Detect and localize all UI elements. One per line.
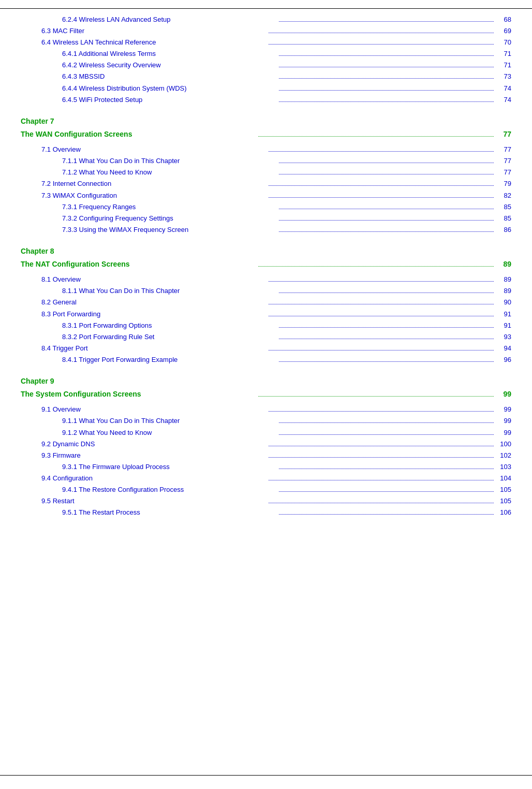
toc-entry-page: 94 [496,343,511,354]
toc-entry-title: 6.4 Wireless LAN Technical Reference [41,37,267,48]
toc-entry-page: 91 [496,320,511,331]
toc-entry: 6.4.5 WiFi Protected Setup74 [21,94,511,106]
toc-entry-page: 99 [496,427,511,439]
toc-entry-title: 8.2 General [41,297,267,308]
toc-entry-title: 8.1 Overview [41,274,267,285]
toc-entry-page: 82 [496,190,511,201]
toc-entry-title: 8.3 Port Forwarding [41,309,267,320]
toc-entry-page: 106 [496,507,511,518]
toc-entry: 7.1 Overview77 [21,144,511,155]
toc-entry-title: 9.3 Firmware [41,450,267,461]
chapter-entries: 7.1 Overview777.1.1 What You Can Do in T… [21,144,511,236]
toc-entry-title: 6.4.4 Wireless Distribution System (WDS) [62,83,277,94]
toc-entry-title: 7.1.2 What You Need to Know [62,167,277,178]
toc-entry: 6.4.1 Additional Wireless Terms71 [21,48,511,60]
toc-entry-page: 69 [496,25,511,37]
toc-entry: 6.3 MAC Filter69 [21,25,511,37]
toc-entry-page: 70 [496,37,511,48]
toc-entry-page: 74 [496,94,511,106]
toc-entry-page: 71 [496,60,511,71]
chapter-label: Chapter 7 [21,115,511,128]
toc-entry-title: 6.4.2 Wireless Security Overview [62,60,277,71]
toc-entry: 9.5 Restart105 [21,495,511,507]
toc-entry-title: 8.4 Trigger Port [41,343,267,354]
toc-entry-page: 85 [496,201,511,213]
toc-entry-title: 6.4.3 MBSSID [62,71,277,82]
toc-entry-page: 89 [496,285,511,297]
toc-entry: 9.4.1 The Restore Configuration Process1… [21,484,511,495]
toc-entry-title: 7.3.3 Using the WiMAX Frequency Screen [62,224,277,236]
toc-entry-title: 9.5.1 The Restart Process [62,507,277,518]
toc-entry-page: 73 [496,71,511,82]
toc-entry: 7.3.2 Configuring Frequency Settings85 [21,213,511,224]
toc-entry-page: 99 [496,404,511,415]
toc-entry-title: 9.1.1 What You Can Do in This Chapter [62,415,277,427]
toc-entry-page: 79 [496,178,511,189]
chapter-entries: 9.1 Overview999.1.1 What You Can Do in T… [21,404,511,518]
toc-entry: 9.3 Firmware102 [21,450,511,461]
toc-entry-title: 7.1 Overview [41,144,267,155]
toc-entry: 9.3.1 The Firmware Upload Process103 [21,461,511,473]
toc-entry-page: 68 [496,14,511,25]
pre-entries: 6.2.4 Wireless LAN Advanced Setup686.3 M… [21,14,511,106]
toc-entry-page: 102 [496,450,511,461]
toc-entry-title: 7.1.1 What You Can Do in This Chapter [62,155,277,167]
toc-entry: 8.3 Port Forwarding91 [21,309,511,320]
toc-entry: 7.3 WiMAX Configuration82 [21,190,511,201]
toc-entry-title: 7.3.1 Frequency Ranges [62,201,277,213]
toc-entry-page: 90 [496,297,511,308]
toc-entry-title: 8.4.1 Trigger Port Forwarding Example [62,354,277,366]
chapter-title: The NAT Configuration Screens [21,258,256,271]
chapter-page: 99 [496,388,511,401]
toc-content: 6.2.4 Wireless LAN Advanced Setup686.3 M… [0,14,532,551]
chapter-title: The System Configuration Screens [21,388,256,401]
toc-entry: 9.1.1 What You Can Do in This Chapter99 [21,415,511,427]
toc-entry-title: 6.3 MAC Filter [41,25,267,37]
chapter-page: 77 [496,128,511,141]
toc-entry-title: 7.2 Internet Connection [41,178,267,189]
toc-entry-page: 105 [496,484,511,495]
chapter-entries: 8.1 Overview898.1.1 What You Can Do in T… [21,274,511,366]
toc-entry: 8.3.2 Port Forwarding Rule Set93 [21,331,511,343]
toc-entry-title: 9.2 Dynamic DNS [41,439,267,450]
page-header [0,0,532,9]
chapters-container: Chapter 7The WAN Configuration Screens77… [21,115,511,519]
toc-entry: 6.4.3 MBSSID73 [21,71,511,82]
toc-entry-title: 9.3.1 The Firmware Upload Process [62,461,277,473]
toc-entry: 9.4 Configuration104 [21,473,511,484]
toc-entry-title: 6.4.1 Additional Wireless Terms [62,48,277,60]
toc-entry-page: 77 [496,155,511,167]
toc-entry: 9.1 Overview99 [21,404,511,415]
toc-entry-title: 7.3 WiMAX Configuration [41,190,267,201]
toc-entry: 8.1 Overview89 [21,274,511,285]
toc-entry-page: 103 [496,461,511,473]
toc-entry: 7.2 Internet Connection79 [21,178,511,189]
chapter-title-line: The System Configuration Screens99 [21,388,511,401]
chapter-title-line: The WAN Configuration Screens77 [21,128,511,141]
toc-entry-page: 86 [496,224,511,236]
toc-entry-title: 6.2.4 Wireless LAN Advanced Setup [62,14,277,25]
toc-entry: 7.1.2 What You Need to Know77 [21,167,511,178]
toc-entry-page: 77 [496,167,511,178]
toc-entry: 8.3.1 Port Forwarding Options91 [21,320,511,331]
toc-entry: 9.2 Dynamic DNS100 [21,439,511,450]
toc-entry: 8.4 Trigger Port94 [21,343,511,354]
toc-entry: 6.2.4 Wireless LAN Advanced Setup68 [21,14,511,25]
toc-entry-title: 6.4.5 WiFi Protected Setup [62,94,277,106]
toc-entry-title: 7.3.2 Configuring Frequency Settings [62,213,277,224]
toc-entry-title: 9.1 Overview [41,404,267,415]
toc-entry-page: 96 [496,354,511,366]
toc-entry-page: 100 [496,439,511,450]
toc-entry-title: 9.4.1 The Restore Configuration Process [62,484,277,495]
toc-entry-page: 99 [496,415,511,427]
toc-entry-title: 8.3.2 Port Forwarding Rule Set [62,331,277,343]
chapter-label: Chapter 9 [21,375,511,388]
toc-entry: 6.4.4 Wireless Distribution System (WDS)… [21,83,511,94]
toc-entry-title: 9.5 Restart [41,495,267,507]
page-footer [0,775,532,779]
toc-entry-page: 89 [496,274,511,285]
toc-entry-page: 77 [496,144,511,155]
chapter-page: 89 [496,258,511,271]
chapter-block: Chapter 7The WAN Configuration Screens77… [21,115,511,236]
chapter-block: Chapter 9The System Configuration Screen… [21,375,511,518]
